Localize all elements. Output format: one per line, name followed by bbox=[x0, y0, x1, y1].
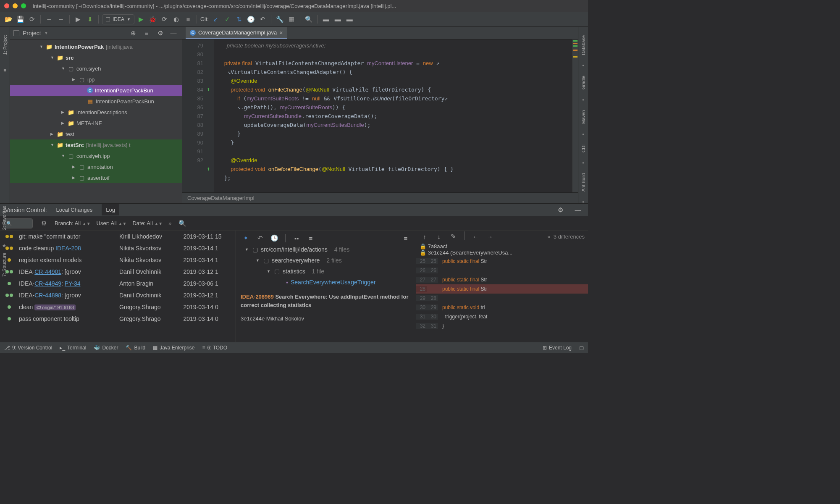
select-open-icon[interactable]: ⊕ bbox=[128, 28, 138, 38]
git-commit-icon[interactable]: ✓ bbox=[222, 14, 232, 24]
diff-up-icon[interactable]: ↑ bbox=[420, 231, 430, 242]
tool1-icon[interactable]: ▬ bbox=[321, 14, 331, 24]
git-compare-icon[interactable]: ⇅ bbox=[234, 14, 244, 24]
bottom-eventlog[interactable]: ⊞ Event Log bbox=[543, 345, 572, 351]
tool2-icon[interactable]: ▬ bbox=[333, 14, 343, 24]
tree-item[interactable]: ▶▢asserttoif bbox=[10, 172, 182, 183]
commit-row[interactable]: pass component tooltipGregory.Shrago2019… bbox=[0, 313, 235, 325]
project-header-label[interactable]: Project bbox=[23, 30, 41, 37]
right-tool-cdi[interactable]: CDI bbox=[581, 144, 586, 152]
right-tool-ant build[interactable]: Ant Build bbox=[581, 173, 586, 192]
git-update-icon[interactable]: ↙ bbox=[210, 14, 220, 24]
tree-item[interactable]: ▶📁META-INF bbox=[10, 118, 182, 129]
group-icon[interactable]: ≡ bbox=[306, 233, 316, 243]
bottom-jee[interactable]: ▦ Java Enterprise bbox=[153, 345, 194, 351]
profile-icon[interactable]: ◐ bbox=[171, 14, 181, 24]
tree-item[interactable]: ▶📁intentionDescriptions bbox=[10, 107, 182, 118]
commit-row[interactable]: IDEA-CR-44949: PY-34Anton Bragin2019-03-… bbox=[0, 278, 235, 289]
tree-item[interactable]: ▦IntentionPowerPackBun bbox=[10, 96, 182, 107]
tree-item[interactable]: ▶▢ipp bbox=[10, 74, 182, 85]
filter-date[interactable]: Date: All ▲▼ bbox=[132, 220, 163, 226]
tree-item[interactable]: ▼▢com.siyeh.ipp bbox=[10, 150, 182, 161]
history-icon[interactable]: 🕓 bbox=[269, 233, 279, 243]
right-tool-gradle[interactable]: Gradle bbox=[581, 76, 586, 89]
run-icon[interactable]: ▶ bbox=[136, 14, 146, 24]
run-config-selector[interactable]: IDEA ▼ bbox=[102, 14, 134, 24]
expand-icon[interactable]: ▪▪ bbox=[291, 233, 302, 243]
strip-project[interactable]: 1: Project bbox=[3, 35, 8, 55]
tree-item[interactable]: ▼📁src bbox=[10, 52, 182, 63]
breadcrumb-bar[interactable]: CoverageDataManagerImpl bbox=[182, 192, 578, 203]
diff-fwd-icon[interactable]: → bbox=[485, 231, 495, 242]
diff-down-icon[interactable]: ↓ bbox=[434, 231, 444, 242]
strip-favorites[interactable]: 2: Favorites bbox=[2, 206, 7, 230]
filter-branch[interactable]: Branch: All ▲▼ bbox=[55, 220, 91, 226]
tree-item[interactable]: ▼▢com.siyeh bbox=[10, 63, 182, 74]
forward-icon[interactable]: → bbox=[56, 14, 66, 24]
filter-gear-icon[interactable]: ⚙ bbox=[39, 218, 49, 228]
tree-item[interactable]: ▼📁IntentionPowerPak [intellij.java bbox=[10, 41, 182, 52]
project-structure-icon[interactable]: ▦ bbox=[286, 14, 297, 24]
strip-structure[interactable]: 7: Structure bbox=[2, 253, 7, 277]
diff-back-icon[interactable]: ← bbox=[470, 231, 480, 242]
settings-icon[interactable]: 🔧 bbox=[275, 14, 285, 24]
build-icon[interactable]: ▶ bbox=[73, 14, 83, 24]
commit-row[interactable]: register external modelsNikita Skvortsov… bbox=[0, 254, 235, 266]
tree-item[interactable]: CIntentionPowerPackBun bbox=[10, 85, 182, 96]
tree-item[interactable]: ▶▢annotation bbox=[10, 161, 182, 172]
bottom-vc[interactable]: ⎇ 9: Version Control bbox=[4, 345, 52, 351]
commit-row[interactable]: git: make "commit autorKirill Likhodedov… bbox=[0, 231, 235, 242]
vcs-tab-log[interactable]: Log bbox=[102, 204, 119, 215]
undo-icon[interactable]: ↶ bbox=[255, 233, 265, 243]
git-history-icon[interactable]: 🕓 bbox=[246, 14, 256, 24]
open-file-icon[interactable]: 📂 bbox=[3, 14, 13, 24]
back-icon[interactable]: ← bbox=[44, 14, 54, 24]
stop-icon[interactable]: ■ bbox=[183, 14, 193, 24]
debug-icon[interactable]: 🐞 bbox=[148, 14, 158, 24]
commit-list[interactable]: git: make "commit autorKirill Likhodedov… bbox=[0, 231, 235, 342]
file-tree-item[interactable]: ▼▢ searcheverywhere 2 files bbox=[237, 255, 414, 266]
file-tree-file[interactable]: ▪ SearchEverywhereUsageTrigger bbox=[237, 277, 414, 288]
cherry-pick-icon[interactable]: ✦ bbox=[241, 233, 251, 243]
code-container[interactable]: 7980818283848586878889909192 ⬆ ⬆ private… bbox=[182, 39, 578, 192]
collapse-icon[interactable]: ≡ bbox=[401, 233, 411, 243]
hammer-icon[interactable]: ⬇ bbox=[85, 14, 95, 24]
filter-user[interactable]: User: All ▲▼ bbox=[97, 220, 127, 226]
save-icon[interactable]: 💾 bbox=[15, 14, 25, 24]
gear-icon[interactable]: ⚙ bbox=[155, 28, 165, 38]
maximize-window[interactable] bbox=[21, 3, 26, 8]
diff-code[interactable]: 2525public static final Str26262727publi… bbox=[416, 257, 588, 342]
search-icon[interactable]: 🔍 bbox=[304, 14, 314, 24]
refresh-icon[interactable]: ⟳ bbox=[27, 14, 37, 24]
diff-edit-icon[interactable]: ✎ bbox=[448, 231, 458, 242]
git-revert-icon[interactable]: ↶ bbox=[257, 14, 268, 24]
tree-item[interactable]: ▶📁test bbox=[10, 129, 182, 139]
search-filter-icon[interactable]: 🔍 bbox=[177, 218, 187, 228]
project-tree[interactable]: ▼📁IntentionPowerPak [intellij.java▼📁src▼… bbox=[10, 39, 182, 203]
expand-all-icon[interactable]: ≡ bbox=[142, 28, 152, 38]
commit-row[interactable]: code cleanup IDEA-208Nikita Skvortsov201… bbox=[0, 242, 235, 254]
search-commits-input[interactable] bbox=[3, 218, 33, 228]
right-tool-database[interactable]: Database bbox=[581, 35, 586, 55]
vcs-hide-icon[interactable]: — bbox=[573, 205, 583, 215]
bottom-docker[interactable]: 🐳 Docker bbox=[94, 345, 118, 351]
scroll-marks[interactable] bbox=[572, 39, 578, 192]
hide-panel-icon[interactable]: — bbox=[168, 28, 178, 38]
minimize-window[interactable] bbox=[13, 3, 18, 8]
close-tab-icon[interactable]: × bbox=[279, 29, 283, 36]
tool3-icon[interactable]: ▬ bbox=[344, 14, 354, 24]
breadcrumb[interactable]: CoverageDataManagerImpl bbox=[187, 195, 255, 201]
editor-tab[interactable]: C CoverageDataManagerImpl.java × bbox=[186, 27, 287, 39]
commit-row[interactable]: IDEA-CR-44898: [groovDaniil Ovchinnik201… bbox=[0, 289, 235, 301]
vcs-gear-icon[interactable]: ⚙ bbox=[555, 205, 565, 215]
bottom-todo[interactable]: ≡ 6: TODO bbox=[202, 345, 228, 351]
code-editor[interactable]: private boolean mySubcoverageIsActive; p… bbox=[214, 39, 572, 192]
coverage-icon[interactable]: ⟳ bbox=[160, 14, 170, 24]
right-tool-maven[interactable]: Maven bbox=[581, 110, 586, 124]
file-tree-item[interactable]: ▼▢ src/com/intellij/ide/actions 4 files bbox=[237, 244, 414, 255]
bottom-build[interactable]: 🔨 Build bbox=[126, 345, 145, 351]
file-tree-item[interactable]: ▼▢ statistics 1 file bbox=[237, 266, 414, 277]
tree-item[interactable]: ▼📁testSrc [intellij.java.tests] t bbox=[10, 139, 182, 150]
vcs-tab-local[interactable]: Local Changes bbox=[55, 207, 94, 213]
close-window[interactable] bbox=[4, 3, 9, 8]
